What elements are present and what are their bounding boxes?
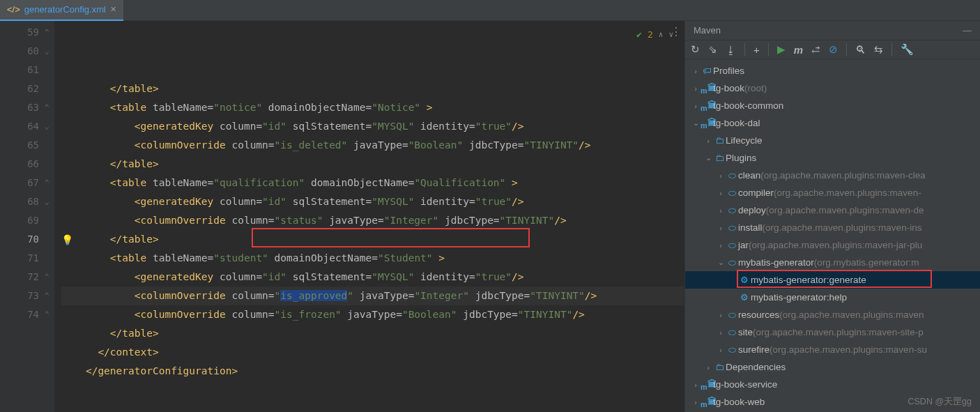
- maven-node-dependencies[interactable]: ›🗀Dependencies: [685, 358, 980, 376]
- code-line[interactable]: </context>: [61, 343, 684, 362]
- maven-node-site[interactable]: ›⬭site (org.apache.maven.plugins:maven-s…: [685, 323, 980, 341]
- maven-node-clean[interactable]: ›⬭clean (org.apache.maven.plugins:maven-…: [685, 167, 980, 184]
- vcs-up-icon[interactable]: ∧: [659, 25, 664, 44]
- tree-label: mybatis-generator:generate: [751, 275, 866, 285]
- watermark: CSDN @天罡gg: [908, 396, 972, 408]
- folder-icon: 🗀: [713, 153, 726, 163]
- maven-module-icon: m🏛: [700, 82, 713, 95]
- maven-node-tg-book-dal[interactable]: ⌄m🏛tg-book-dal: [685, 114, 980, 132]
- tree-label: jar: [738, 240, 749, 250]
- tree-dim: (root): [744, 83, 767, 93]
- maven-node-lifecycle[interactable]: ›🗀Lifecycle: [685, 132, 980, 149]
- tree-label: mybatis-generator: [738, 257, 814, 268]
- maven-node-mybatis-generator[interactable]: ⌄⬭mybatis-generator (org.mybatis.generat…: [685, 254, 980, 271]
- maven-node-resources[interactable]: ›⬭resources (org.apache.maven.plugins:ma…: [685, 306, 980, 323]
- code-line[interactable]: <table tableName="notice" domainObjectNa…: [61, 98, 684, 117]
- toolbar-separator: [744, 43, 745, 56]
- tree-label: resources: [738, 310, 779, 320]
- maven-node-deploy[interactable]: ›⬭deploy (org.apache.maven.plugins:maven…: [685, 201, 980, 219]
- maven-node-compiler[interactable]: ›⬭compiler (org.apache.maven.plugins:mav…: [685, 184, 980, 201]
- execute-goal-icon[interactable]: m: [794, 44, 803, 56]
- maven-module-icon: m🏛: [700, 100, 713, 112]
- maven-node-jar[interactable]: ›⬭jar (org.apache.maven.plugins:maven-ja…: [685, 236, 980, 254]
- panel-minimize-icon[interactable]: —: [963, 25, 972, 36]
- maven-node-profiles[interactable]: ›🏷Profiles: [685, 62, 980, 79]
- code-line[interactable]: </table>: [61, 155, 684, 174]
- vcs-count: 2: [648, 25, 653, 44]
- code-line[interactable]: </table>: [61, 79, 684, 98]
- expand-icon[interactable]: ⌄: [691, 119, 700, 128]
- code-line[interactable]: </table>: [61, 230, 684, 249]
- code-line[interactable]: <columnOverride column="is_approved" jav…: [61, 287, 684, 305]
- close-tab-icon[interactable]: ✕: [110, 5, 116, 14]
- code-line[interactable]: <generatedKey column="id" sqlStatement="…: [61, 117, 684, 136]
- expand-icon[interactable]: ›: [716, 206, 726, 215]
- main-area: 59606162636465666768697071727374⌃⌄⌃⌄⌃⌄⌃⌃…: [0, 21, 980, 412]
- generate-sources-icon[interactable]: ⇘: [708, 43, 717, 56]
- expand-icon[interactable]: ›: [716, 189, 726, 197]
- collapse-icon[interactable]: ⇆: [874, 43, 883, 56]
- code-line[interactable]: <generatedKey column="id" sqlStatement="…: [61, 268, 684, 287]
- tree-dim: (org.apache.maven.plugins:maven-site-p: [753, 327, 924, 337]
- tree-label: tg-book: [713, 83, 744, 93]
- expand-icon[interactable]: ›: [716, 346, 726, 354]
- code-line[interactable]: <table tableName="student" domainObjectN…: [61, 249, 684, 268]
- maven-module-icon: m🏛: [700, 396, 713, 409]
- expand-icon[interactable]: ›: [691, 398, 700, 406]
- expand-icon[interactable]: ›: [716, 171, 726, 180]
- tree-dim: (org.apache.maven.plugins:maven-jar-plu: [749, 240, 922, 250]
- vcs-status[interactable]: ✔ 2 ∧ ∨: [636, 25, 673, 44]
- expand-icon[interactable]: ›: [691, 84, 700, 93]
- expand-icon[interactable]: ›: [716, 224, 726, 232]
- expand-icon[interactable]: ›: [716, 241, 726, 250]
- maven-node-mybatis-generator-generate[interactable]: ⚙mybatis-generator:generate: [685, 271, 980, 289]
- expand-icon[interactable]: ›: [691, 381, 700, 389]
- maven-node-tg-book-common[interactable]: ›m🏛tg-book-common: [685, 97, 980, 114]
- code-editor[interactable]: ✔ 2 ∧ ∨ </table> <table tableName="notic…: [54, 21, 684, 412]
- maven-node-install[interactable]: ›⬭install (org.apache.maven.plugins:mave…: [685, 219, 980, 236]
- folder-icon: 🗀: [713, 362, 726, 372]
- code-line[interactable]: </generatorConfiguration>: [61, 362, 684, 381]
- file-tab-generatorconfig[interactable]: </> generatorConfig.xml ✕: [0, 0, 123, 21]
- run-icon[interactable]: ▶: [777, 43, 786, 56]
- file-tab-label: generatorConfig.xml: [24, 4, 106, 15]
- add-icon[interactable]: +: [753, 44, 760, 56]
- profiles-icon: 🏷: [700, 66, 713, 76]
- expand-icon[interactable]: ›: [716, 311, 726, 319]
- maven-node-surefire[interactable]: ›⬭surefire (org.apache.maven.plugins:mav…: [685, 341, 980, 358]
- expand-icon[interactable]: ⌄: [716, 258, 726, 267]
- code-line[interactable]: <table tableName="qualification" domainO…: [61, 174, 684, 192]
- tree-label: surefire: [738, 344, 770, 355]
- tree-dim: (org.apache.maven.plugins:maven-su: [770, 344, 927, 355]
- refresh-icon[interactable]: ↻: [691, 43, 700, 56]
- plugin-icon: ⬭: [726, 240, 738, 251]
- plugin-icon: ⬭: [726, 188, 738, 199]
- toggle-offline-icon[interactable]: ⥄: [811, 43, 820, 56]
- editor-tab-bar: </> generatorConfig.xml ✕: [0, 0, 980, 21]
- expand-icon[interactable]: ›: [691, 67, 700, 75]
- xml-file-icon: </>: [7, 4, 20, 15]
- code-line[interactable]: </table>: [61, 324, 684, 343]
- tree-dim: (org.apache.maven.plugins:maven-clea: [760, 170, 925, 181]
- search-icon[interactable]: 🔍︎: [855, 44, 866, 56]
- expand-icon[interactable]: ›: [716, 328, 726, 337]
- expand-icon[interactable]: ›: [703, 137, 713, 145]
- code-line[interactable]: <generatedKey column="id" sqlStatement="…: [61, 192, 684, 211]
- code-line[interactable]: <columnOverride column="is_deleted" java…: [61, 136, 684, 155]
- maven-node-plugins[interactable]: ⌄🗀Plugins: [685, 149, 980, 167]
- maven-module-icon: m🏛: [700, 379, 713, 391]
- expand-icon[interactable]: ›: [703, 363, 713, 372]
- code-line[interactable]: <columnOverride column="status" javaType…: [61, 211, 684, 230]
- maven-node-mybatis-generator-help[interactable]: ⚙mybatis-generator:help: [685, 289, 980, 306]
- maven-node-tg-book[interactable]: ›m🏛tg-book (root): [685, 79, 980, 97]
- toolbar-separator: [846, 43, 847, 56]
- settings-icon[interactable]: 🔧: [901, 43, 914, 56]
- download-icon[interactable]: ⭳: [726, 44, 736, 56]
- toggle-skip-tests-icon[interactable]: ⊘: [829, 43, 838, 56]
- expand-icon[interactable]: ›: [691, 102, 700, 110]
- expand-icon[interactable]: ⌄: [703, 153, 713, 162]
- editor-more-icon[interactable]: ⋮: [671, 25, 682, 38]
- tree-label: Lifecycle: [726, 135, 763, 146]
- code-line[interactable]: <columnOverride column="is_frozen" javaT…: [61, 305, 684, 324]
- maven-node-tg-book-service[interactable]: ›m🏛tg-book-service: [685, 376, 980, 393]
